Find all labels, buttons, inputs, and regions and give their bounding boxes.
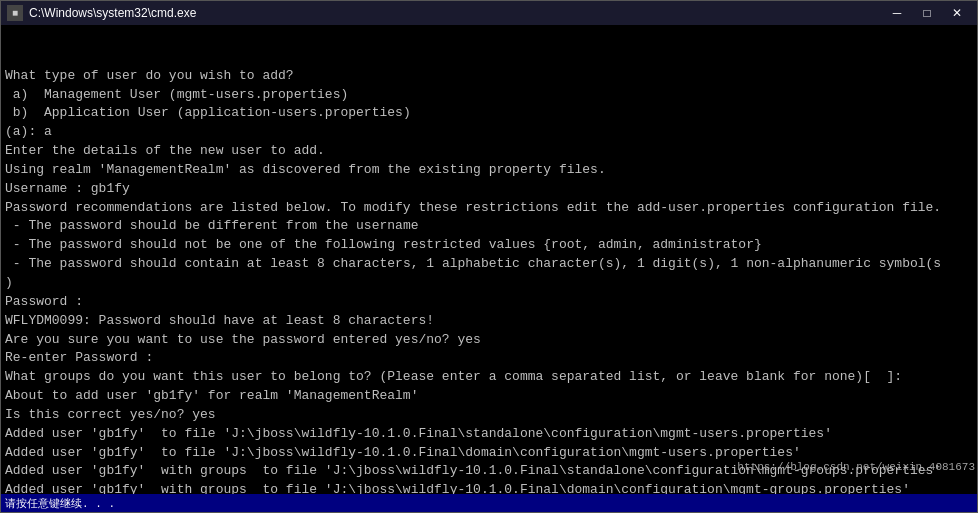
terminal-line: (a): a <box>5 123 973 142</box>
terminal-line: Password : <box>5 293 973 312</box>
terminal-line: Added user 'gb1fy' with groups to file '… <box>5 481 973 494</box>
terminal-line: - The password should be different from … <box>5 217 973 236</box>
watermark: https://blog.csdn.net/weixin_4081673 <box>737 460 975 476</box>
cmd-window: ■ C:\Windows\system32\cmd.exe ─ □ ✕ What… <box>0 0 978 513</box>
window-controls: ─ □ ✕ <box>883 3 971 23</box>
terminal-line: Using realm 'ManagementRealm' as discove… <box>5 161 973 180</box>
terminal-line: b) Application User (application-users.p… <box>5 104 973 123</box>
terminal-line: Re-enter Password : <box>5 349 973 368</box>
cmd-icon: ■ <box>7 5 23 21</box>
terminal-line: About to add user 'gb1fy' for realm 'Man… <box>5 387 973 406</box>
terminal-line: Are you sure you want to use the passwor… <box>5 331 973 350</box>
titlebar: ■ C:\Windows\system32\cmd.exe ─ □ ✕ <box>1 1 977 25</box>
status-text: 请按任意键继续. . . <box>5 496 115 511</box>
close-button[interactable]: ✕ <box>943 3 971 23</box>
minimize-button[interactable]: ─ <box>883 3 911 23</box>
status-bar: 请按任意键继续. . . <box>1 494 977 512</box>
titlebar-left: ■ C:\Windows\system32\cmd.exe <box>7 5 196 21</box>
terminal-line: What groups do you want this user to bel… <box>5 368 973 387</box>
terminal-line: Password recommendations are listed belo… <box>5 199 973 218</box>
terminal-line: ) <box>5 274 973 293</box>
terminal-line: - The password should not be one of the … <box>5 236 973 255</box>
maximize-button[interactable]: □ <box>913 3 941 23</box>
window-title: C:\Windows\system32\cmd.exe <box>29 6 196 20</box>
terminal-line: What type of user do you wish to add? <box>5 67 973 86</box>
terminal-line: WFLYDM0099: Password should have at leas… <box>5 312 973 331</box>
terminal-line: a) Management User (mgmt-users.propertie… <box>5 86 973 105</box>
terminal-line: - The password should contain at least 8… <box>5 255 973 274</box>
terminal-output: What type of user do you wish to add? a)… <box>1 25 977 494</box>
terminal-line: Added user 'gb1fy' to file 'J:\jboss\wil… <box>5 425 973 444</box>
terminal-line: Username : gb1fy <box>5 180 973 199</box>
terminal-line: Enter the details of the new user to add… <box>5 142 973 161</box>
terminal-line: Is this correct yes/no? yes <box>5 406 973 425</box>
